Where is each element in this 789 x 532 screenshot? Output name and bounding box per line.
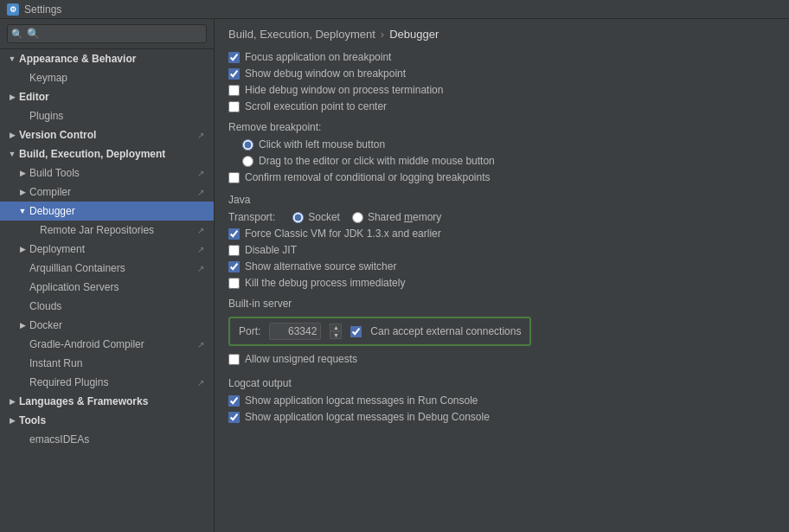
java-section-header: Java	[228, 194, 775, 206]
sidebar-item-deployment[interactable]: Deployment↗	[0, 240, 214, 259]
sidebar-item-languages-frameworks[interactable]: Languages & Frameworks	[0, 392, 214, 411]
search-input[interactable]	[7, 24, 207, 43]
port-row: Port: ▲ ▼ Can accept external connection…	[228, 317, 531, 346]
show-logcat-debug-label[interactable]: Show application logcat messages in Debu…	[245, 411, 490, 423]
port-increment-button[interactable]: ▲	[330, 324, 342, 331]
drag-to-editor-radio[interactable]	[242, 156, 253, 167]
sidebar-item-label: Debugger	[29, 205, 207, 217]
external-icon: ↗	[195, 376, 207, 388]
scroll-execution-label[interactable]: Scroll execution point to center	[245, 100, 387, 112]
drag-to-editor-row: Drag to the editor or click with middle …	[242, 155, 775, 167]
sidebar-item-compiler[interactable]: Compiler↗	[0, 183, 214, 202]
sidebar-item-plugins[interactable]: Plugins	[0, 106, 214, 125]
sidebar-item-keymap[interactable]: Keymap	[0, 68, 214, 87]
confirm-removal-checkbox[interactable]	[228, 172, 240, 183]
content-body: Focus application on breakpointShow debu…	[215, 48, 789, 441]
shared-memory-label[interactable]: Shared memory	[368, 211, 441, 223]
transport-row: Transport: Socket Shared memory	[228, 211, 775, 223]
scroll-execution-checkbox[interactable]	[228, 101, 240, 112]
sidebar-item-editor[interactable]: Editor	[0, 87, 214, 106]
sidebar-item-version-control[interactable]: Version Control↗	[0, 125, 214, 144]
sidebar-item-arquillian-containers[interactable]: Arquillian Containers↗	[0, 259, 214, 278]
java-checkboxes: Force Classic VM for JDK 1.3.x and earli…	[228, 228, 775, 289]
hide-debug-window-row: Hide debug window on process termination	[228, 84, 775, 96]
sidebar-item-label: Remote Jar Repositories	[40, 224, 195, 236]
port-decrement-button[interactable]: ▼	[330, 331, 342, 339]
shared-memory-radio[interactable]	[352, 212, 363, 223]
arrow-icon	[7, 149, 17, 159]
kill-debug-label[interactable]: Kill the debug process immediately	[245, 277, 405, 289]
show-alt-source-checkbox[interactable]	[228, 261, 240, 272]
external-icon: ↗	[195, 167, 207, 179]
show-logcat-run-label[interactable]: Show application logcat messages in Run …	[245, 394, 478, 407]
drag-to-editor-label[interactable]: Drag to the editor or click with middle …	[259, 155, 495, 167]
sidebar-item-tools[interactable]: Tools	[0, 411, 214, 430]
hide-debug-window-checkbox[interactable]	[228, 85, 240, 96]
sidebar-item-appearance-behavior[interactable]: Appearance & Behavior	[0, 49, 214, 68]
external-icon: ↗	[195, 338, 207, 350]
allow-unsigned-label[interactable]: Allow unsigned requests	[245, 353, 357, 365]
click-left-radio[interactable]	[242, 139, 253, 151]
disable-jit-checkbox[interactable]	[228, 245, 240, 256]
sidebar-item-docker[interactable]: Docker	[0, 316, 214, 335]
breadcrumb-separator: ›	[381, 28, 384, 41]
external-icon: ↗	[195, 243, 207, 255]
show-logcat-run-checkbox[interactable]	[228, 395, 240, 407]
disable-jit-label[interactable]: Disable JIT	[245, 244, 297, 256]
can-accept-checkbox[interactable]	[350, 326, 362, 337]
title-bar-text: Settings	[24, 3, 61, 16]
show-logcat-debug-checkbox[interactable]	[228, 412, 240, 423]
force-classic-vm-label[interactable]: Force Classic VM for JDK 1.3.x and earli…	[245, 228, 441, 240]
sidebar-item-label: Required Plugins	[29, 376, 195, 388]
can-accept-label[interactable]: Can accept external connections	[370, 325, 521, 337]
sidebar-item-required-plugins[interactable]: Required Plugins↗	[0, 373, 214, 392]
content-area: Build, Execution, Deployment › Debugger …	[215, 19, 789, 532]
focus-app-checkbox[interactable]	[228, 52, 240, 63]
allow-unsigned-row: Allow unsigned requests	[228, 353, 775, 365]
socket-radio[interactable]	[292, 212, 304, 223]
allow-unsigned-checkbox[interactable]	[228, 354, 240, 365]
show-alt-source-label[interactable]: Show alternative source switcher	[245, 260, 396, 272]
force-classic-vm-checkbox[interactable]	[228, 228, 240, 240]
sidebar-item-gradle-android-compiler[interactable]: Gradle-Android Compiler↗	[0, 335, 214, 354]
sidebar-item-build-tools[interactable]: Build Tools↗	[0, 163, 214, 183]
breadcrumb: Build, Execution, Deployment › Debugger	[215, 19, 789, 48]
external-icon: ↗	[195, 262, 207, 274]
focus-app-label[interactable]: Focus application on breakpoint	[245, 51, 391, 63]
sidebar-item-remote-jar-repositories[interactable]: Remote Jar Repositories↗	[0, 221, 214, 240]
sidebar-item-instant-run[interactable]: Instant Run	[0, 354, 214, 373]
arrow-icon	[17, 187, 28, 197]
arrow-icon	[7, 130, 17, 140]
search-icon: 🔍	[11, 29, 23, 40]
show-debug-window-checkbox[interactable]	[228, 68, 240, 80]
sidebar-item-label: Application Servers	[29, 281, 207, 293]
sidebar-item-debugger[interactable]: Debugger	[0, 202, 214, 221]
sidebar-item-emacs-ideas[interactable]: emacsIDEAs	[0, 430, 214, 449]
sidebar-item-label: Plugins	[29, 110, 207, 122]
builtin-server-label: Built-in server	[228, 298, 775, 310]
transport-label: Transport:	[228, 211, 275, 223]
logcat-checkboxes: Show application logcat messages in Run …	[228, 394, 775, 423]
port-spinner: ▲ ▼	[330, 324, 342, 339]
sidebar-item-label: Gradle-Android Compiler	[29, 338, 195, 350]
port-input[interactable]	[269, 323, 321, 340]
arrow-icon	[7, 415, 17, 426]
sidebar-item-application-servers[interactable]: Application Servers	[0, 278, 214, 297]
sidebar-item-label: emacsIDEAs	[29, 433, 207, 445]
external-icon: ↗	[195, 224, 207, 236]
external-icon: ↗	[195, 186, 207, 198]
sidebar-item-build-execution-deployment[interactable]: Build, Execution, Deployment	[0, 144, 214, 163]
force-classic-vm-row: Force Classic VM for JDK 1.3.x and earli…	[228, 228, 775, 240]
confirm-removal-label[interactable]: Confirm removal of conditional or loggin…	[245, 171, 490, 183]
show-debug-window-label[interactable]: Show debug window on breakpoint	[245, 67, 406, 80]
hide-debug-window-label[interactable]: Hide debug window on process termination	[245, 84, 443, 96]
socket-label[interactable]: Socket	[308, 211, 340, 223]
main-checkboxes: Focus application on breakpointShow debu…	[228, 51, 775, 112]
kill-debug-checkbox[interactable]	[228, 278, 240, 289]
focus-app-row: Focus application on breakpoint	[228, 51, 775, 63]
arrow-icon	[7, 54, 17, 64]
sidebar-item-clouds[interactable]: Clouds	[0, 297, 214, 316]
sidebar-item-label: Keymap	[29, 72, 207, 84]
app-icon: ⚙	[7, 3, 19, 16]
click-left-label[interactable]: Click with left mouse button	[259, 138, 385, 151]
